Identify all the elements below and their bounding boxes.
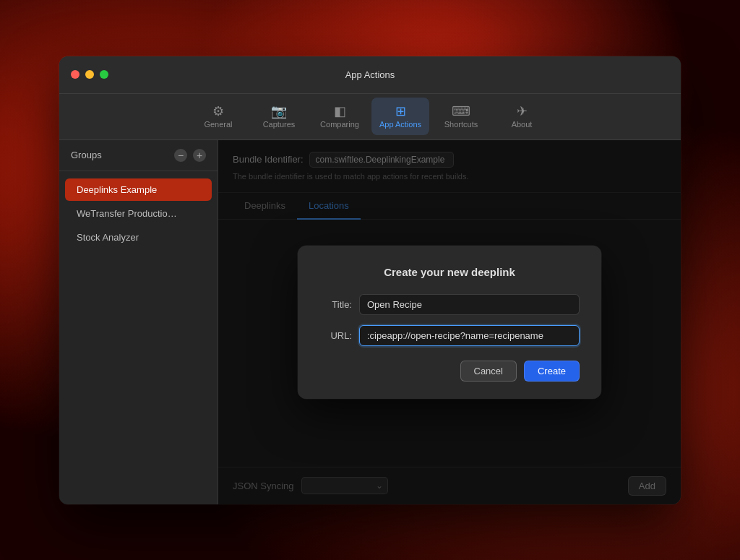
- tab-comparing[interactable]: ◧ Comparing: [311, 98, 369, 135]
- tab-general[interactable]: ⚙ General: [189, 98, 247, 135]
- sidebar-item-label: Stock Analyzer: [77, 232, 139, 243]
- captures-icon: 📷: [271, 105, 287, 118]
- modal-overlay: Create your new deeplink Title: URL: Can…: [218, 140, 681, 504]
- cancel-button[interactable]: Cancel: [460, 361, 517, 382]
- titlebar: App Actions: [59, 56, 681, 94]
- modal-title: Create your new deeplink: [319, 266, 580, 278]
- tab-captures-label: Captures: [263, 120, 296, 129]
- maximize-button[interactable]: [100, 70, 108, 79]
- tab-app-actions[interactable]: ⊞ App Actions: [371, 98, 429, 135]
- about-icon: ✈: [517, 105, 528, 118]
- sidebar-header: Groups − +: [59, 140, 218, 171]
- url-label: URL:: [319, 330, 352, 341]
- shortcuts-icon: ⌨: [452, 105, 470, 118]
- create-button[interactable]: Create: [524, 361, 580, 382]
- tab-captures[interactable]: 📷 Captures: [250, 98, 308, 135]
- create-deeplink-modal: Create your new deeplink Title: URL: Can…: [298, 246, 601, 399]
- url-field: URL:: [319, 325, 580, 346]
- sidebar-list: Deeplinks Example WeTransfer Productio… …: [59, 171, 218, 504]
- app-actions-icon: ⊞: [395, 105, 406, 118]
- tab-app-actions-label: App Actions: [379, 120, 421, 129]
- title-label: Title:: [319, 299, 352, 310]
- sidebar-title: Groups: [71, 150, 102, 160]
- tab-about[interactable]: ✈ About: [493, 98, 551, 135]
- minimize-button[interactable]: [85, 70, 94, 79]
- sidebar-item-stock-analyzer[interactable]: Stock Analyzer: [65, 226, 212, 249]
- gear-icon: ⚙: [212, 105, 224, 118]
- toolbar: ⚙ General 📷 Captures ◧ Comparing ⊞ App A…: [59, 94, 681, 140]
- sidebar-item-label: WeTransfer Productio…: [77, 208, 177, 219]
- close-button[interactable]: [71, 70, 79, 79]
- right-panel: Bundle Identifier: com.swiftlee.Deeplink…: [218, 140, 681, 504]
- main-content: Groups − + Deeplinks Example WeTransfer …: [59, 140, 681, 504]
- tab-general-label: General: [204, 120, 232, 129]
- tab-shortcuts-label: Shortcuts: [444, 120, 478, 129]
- modal-actions: Cancel Create: [319, 361, 580, 382]
- sidebar-item-deeplinks-example[interactable]: Deeplinks Example: [65, 178, 212, 201]
- tab-about-label: About: [512, 120, 533, 129]
- traffic-lights: [71, 70, 108, 79]
- tab-shortcuts[interactable]: ⌨ Shortcuts: [432, 98, 490, 135]
- url-input[interactable]: [359, 325, 580, 346]
- sidebar-item-label: Deeplinks Example: [77, 184, 157, 195]
- sidebar-controls: − +: [174, 149, 206, 162]
- add-group-button[interactable]: +: [193, 149, 206, 162]
- window-title: App Actions: [345, 69, 395, 80]
- app-window: App Actions ⚙ General 📷 Captures ◧ Compa…: [59, 56, 681, 504]
- sidebar: Groups − + Deeplinks Example WeTransfer …: [59, 140, 218, 504]
- comparing-icon: ◧: [334, 105, 346, 118]
- tab-comparing-label: Comparing: [320, 120, 359, 129]
- title-input[interactable]: [359, 294, 580, 315]
- sidebar-item-wetransfer[interactable]: WeTransfer Productio…: [65, 202, 212, 225]
- remove-group-button[interactable]: −: [174, 149, 187, 162]
- title-field: Title:: [319, 294, 580, 315]
